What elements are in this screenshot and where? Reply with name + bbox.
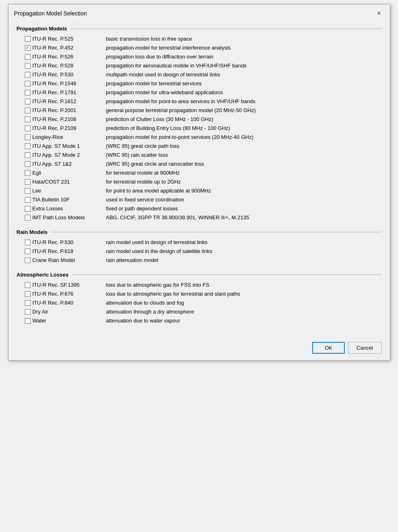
checkbox-longley[interactable] (25, 134, 30, 140)
model-row-p452: ITU-R Rec. P.452propagation model for te… (17, 44, 382, 53)
model-row-rain-p618: ITU-R Rec. P.618rain model used in the d… (17, 247, 382, 256)
section-header-rain-models: Rain Models (17, 229, 382, 235)
model-row-imt: IMT Path Loss ModelsABG, CI/CIF, 3GPP TR… (17, 214, 382, 223)
model-name-p2001: ITU-R Rec. P.2001 (33, 107, 76, 113)
checkbox-p840[interactable] (25, 300, 30, 306)
model-row-p840: ITU-R Rec. P.840attenuation due to cloud… (17, 299, 382, 308)
section-atmospheric-losses: Atmospheric LossesITU-R Rec. SF.1395loss… (17, 272, 382, 326)
model-row-p2001: ITU-R Rec. P.2001general purpose terrest… (17, 106, 382, 115)
model-desc-extra: fixed or path dependent losses (106, 205, 382, 212)
model-name-p1546: ITU-R Rec. P.1546 (33, 80, 76, 87)
model-name-crane: Crane Rain Model (33, 257, 75, 263)
model-name-p840: ITU-R Rec. P.840 (33, 300, 74, 306)
checkbox-egli[interactable] (25, 170, 30, 176)
model-desc-rain-p618: rain model used in the design of satelli… (106, 248, 382, 254)
checkbox-p2108[interactable] (25, 117, 30, 122)
section-title-propagation-models: Propagation Models (17, 26, 70, 32)
model-desc-p2001: general purpose terrestrial propagation … (106, 107, 382, 113)
close-button[interactable]: × (374, 9, 384, 18)
checkbox-s7mode1[interactable] (25, 143, 30, 149)
section-divider-atmospheric-losses (72, 275, 381, 275)
model-row-sf1395: ITU-R Rec. SF.1395loss due to atmospheri… (17, 281, 382, 290)
checkbox-water[interactable] (25, 318, 30, 324)
checkbox-p528[interactable] (25, 63, 30, 69)
model-desc-rain-p530: rain model used in design of terrestrial… (106, 239, 382, 245)
model-row-hata: Hata/COST 231for terrestrial mobile up t… (17, 178, 382, 187)
model-desc-hata: for terrestrial mobile up to 2GHz (106, 179, 382, 185)
model-row-s7mode1: ITU App. S7 Mode 1(WRC 95) great circle … (17, 142, 382, 151)
model-name-s7mode1: ITU App. S7 Mode 1 (33, 143, 80, 149)
model-name-p676: ITU-R Rec. P.676 (33, 291, 74, 297)
checkbox-rain-p618[interactable] (25, 249, 30, 254)
model-desc-lee: for point to area model applicable at 90… (106, 188, 382, 194)
model-row-p2109: ITU-R Rec. P.2109prediction of Building … (17, 124, 382, 133)
model-name-p2109: ITU-R Rec. P.2109 (33, 125, 76, 131)
model-desc-egli: for terrestrial mobile at 900MHz (106, 170, 382, 176)
checkbox-p452[interactable] (25, 45, 30, 51)
model-desc-water: attenuation due to water vapour (106, 318, 382, 324)
model-row-p526: ITU-R Rec. P.526propagation loss due to … (17, 53, 382, 62)
model-row-tia: TIA Bulletin 10Fused in fixed service co… (17, 196, 382, 205)
checkbox-p1812[interactable] (25, 99, 30, 104)
cancel-button[interactable]: Cancel (348, 342, 381, 354)
ok-button[interactable]: OK (312, 342, 345, 354)
model-row-p2108: ITU-R Rec. P.2108prediction of Clutter L… (17, 115, 382, 124)
model-desc-p530: multipath model used in design of terres… (106, 71, 382, 78)
section-title-rain-models: Rain Models (17, 229, 51, 235)
checkbox-s7mode2[interactable] (25, 152, 30, 158)
model-name-dryair: Dry Air (33, 309, 48, 315)
model-name-extra: Extra Losses (33, 205, 63, 212)
checkbox-crane[interactable] (25, 257, 30, 263)
section-divider-rain-models (51, 232, 381, 232)
model-name-rain-p530: ITU-R Rec. P.530 (33, 239, 74, 245)
section-header-atmospheric-losses: Atmospheric Losses (17, 272, 382, 278)
model-desc-s7mode1: (WRC 95) great circle path loss (106, 143, 382, 149)
model-row-lee: Leefor point to area model applicable at… (17, 187, 382, 196)
dialog-footer: OK Cancel (9, 338, 390, 360)
model-desc-dryair: attenuation through a dry atmosphere (106, 309, 382, 315)
checkbox-p1791[interactable] (25, 90, 30, 95)
model-row-extra: Extra Lossesfixed or path dependent loss… (17, 205, 382, 214)
model-row-s7mode2: ITU App. S7 Mode 2(WRC 95) rain scatter … (17, 151, 382, 160)
model-row-p676: ITU-R Rec. P.676loss due to atmospheric … (17, 290, 382, 299)
model-desc-p840: attenuation due to clouds and fog (106, 300, 382, 306)
model-name-water: Water (33, 318, 46, 324)
checkbox-p525[interactable] (25, 36, 30, 42)
checkbox-extra[interactable] (25, 206, 30, 212)
model-name-p526: ITU-R Rec. P.526 (33, 54, 74, 60)
checkbox-sf1395[interactable] (25, 282, 30, 288)
model-desc-p526: propagation loss due to diffraction over… (106, 54, 382, 60)
model-row-s712: ITU App. S7 1&2(WRC 95) great circle and… (17, 160, 382, 169)
model-row-p1791: ITU-R Rec. P.1791propagation model for u… (17, 89, 382, 97)
checkbox-p526[interactable] (25, 54, 30, 60)
checkbox-rain-p530[interactable] (25, 240, 30, 245)
checkbox-p2109[interactable] (25, 125, 30, 131)
checkbox-lee[interactable] (25, 188, 30, 194)
model-desc-p452: propagation model for terrestrial interf… (106, 45, 382, 51)
model-name-s712: ITU App. S7 1&2 (33, 161, 72, 167)
model-name-sf1395: ITU-R Rec. SF.1395 (33, 282, 80, 288)
model-desc-longley: propagation model for point-to-point ser… (106, 134, 382, 140)
checkbox-p530[interactable] (25, 72, 30, 78)
model-name-s7mode2: ITU App. S7 Mode 2 (33, 152, 80, 158)
dialog-title: Propagation Model Selection (14, 10, 87, 17)
model-name-rain-p618: ITU-R Rec. P.618 (33, 248, 74, 254)
checkbox-p676[interactable] (25, 291, 30, 297)
checkbox-tia[interactable] (25, 197, 30, 203)
model-name-hata: Hata/COST 231 (33, 179, 70, 185)
checkbox-dryair[interactable] (25, 309, 30, 315)
model-row-dryair: Dry Airattenuation through a dry atmosph… (17, 308, 382, 317)
model-name-egli: Egli (33, 170, 41, 176)
model-desc-sf1395: loss due to atmospheric gas for FSS into… (106, 282, 382, 288)
model-row-longley: Longley-Ricepropagation model for point-… (17, 133, 382, 142)
checkbox-hata[interactable] (25, 179, 30, 185)
model-name-longley: Longley-Rice (33, 134, 63, 140)
model-desc-p676: loss due to atmospheric gas for terrestr… (106, 291, 382, 297)
section-rain-models: Rain ModelsITU-R Rec. P.530rain model us… (17, 229, 382, 265)
model-row-crane: Crane Rain Modelrain attenuation model (17, 256, 382, 265)
checkbox-p2001[interactable] (25, 108, 30, 113)
checkbox-imt[interactable] (25, 215, 30, 221)
dialog: Propagation Model Selection × Propagatio… (8, 4, 390, 361)
checkbox-s712[interactable] (25, 161, 30, 167)
checkbox-p1546[interactable] (25, 81, 30, 87)
